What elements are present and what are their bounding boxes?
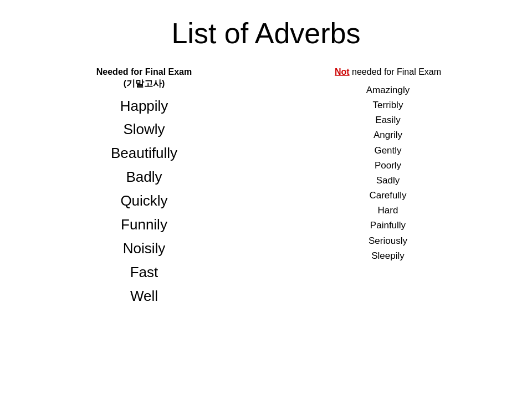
list-item: Angrily	[366, 127, 410, 142]
list-item: Sadly	[366, 173, 410, 188]
list-item: Sleepily	[366, 248, 410, 263]
list-item: Terribly	[366, 98, 410, 112]
list-item: Happily	[111, 94, 177, 118]
list-item: Beautifully	[111, 141, 177, 165]
list-item: Carefully	[366, 188, 410, 203]
left-column-header: Needed for Final Exam (기말고사)	[96, 66, 192, 90]
page-title: List of Adverbs	[171, 17, 360, 50]
list-item: Seriously	[366, 233, 410, 248]
list-item: Easily	[366, 112, 410, 127]
left-column: Needed for Final Exam (기말고사) HappilySlow…	[22, 66, 266, 308]
list-item: Fast	[111, 260, 177, 284]
list-item: Quickly	[111, 189, 177, 213]
list-item: Hard	[366, 203, 410, 218]
right-column-header: Not needed for Final Exam	[335, 66, 441, 78]
columns-container: Needed for Final Exam (기말고사) HappilySlow…	[22, 66, 510, 308]
list-item: Badly	[111, 165, 177, 189]
list-item: Poorly	[366, 158, 410, 173]
list-item: Funnily	[111, 213, 177, 237]
list-item: Amazingly	[366, 83, 410, 98]
left-words-list: HappilySlowlyBeautifullyBadlyQuicklyFunn…	[111, 94, 177, 308]
list-item: Noisily	[111, 237, 177, 260]
right-words-list: AmazinglyTerriblyEasilyAngrilyGentlyPoor…	[366, 83, 410, 263]
list-item: Well	[111, 284, 177, 308]
list-item: Slowly	[111, 117, 177, 141]
page: List of Adverbs Needed for Final Exam (기…	[0, 0, 532, 399]
list-item: Painfully	[366, 218, 410, 233]
right-column: Not needed for Final Exam AmazinglyTerri…	[266, 66, 510, 263]
list-item: Gently	[366, 143, 410, 158]
